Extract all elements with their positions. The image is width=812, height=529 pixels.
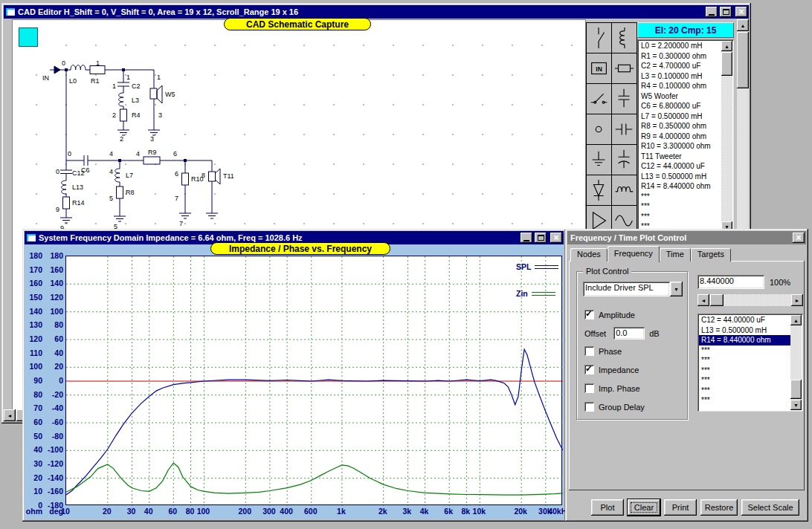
system-menu-icon[interactable] xyxy=(26,233,36,242)
palette-relay-button[interactable] xyxy=(587,23,611,53)
x-axis-tick: 30 xyxy=(127,507,136,516)
y-axis-row: 70-40 xyxy=(25,403,63,412)
x-axis-tick: 300 xyxy=(262,507,276,516)
x-axis-tick: 20k xyxy=(514,507,527,516)
tab-time[interactable]: Time xyxy=(660,248,691,262)
desktop: { "cad_window": { "title": "CAD Editor H… xyxy=(0,0,812,529)
y-axis-row: 50-80 xyxy=(25,432,63,441)
palette-capacitor-v-button[interactable] xyxy=(612,84,637,114)
cad-titlebar[interactable]: CAD Editor H_Shift = 0, V_Shift = 0, Are… xyxy=(4,5,749,19)
schematic-label: 6 xyxy=(173,150,177,158)
plot-button[interactable]: Plot xyxy=(591,499,624,516)
minimize-button[interactable] xyxy=(706,7,718,17)
close-icon: × xyxy=(738,8,744,16)
tab-frequency[interactable]: Frequency xyxy=(608,246,660,262)
y-right-tick: -100 xyxy=(42,445,63,454)
minimize-button[interactable] xyxy=(521,233,532,243)
component-list-item[interactable]: *** xyxy=(639,192,721,202)
legend-zin-label: Zin xyxy=(516,289,528,298)
component-list-item[interactable]: W5 Woofer xyxy=(639,91,721,102)
y-right-tick: 80 xyxy=(42,320,63,329)
select-scale-button[interactable]: Select Scale xyxy=(741,499,799,516)
component-list-item[interactable]: T11 Tweeter xyxy=(639,152,721,162)
component-list-item[interactable]: R1 = 0.300000 ohm xyxy=(639,51,721,62)
component-list-item[interactable]: R9 = 4.000000 ohm xyxy=(639,132,721,142)
node-icon xyxy=(587,115,610,143)
print-button[interactable]: Print xyxy=(664,499,697,516)
palette-inductor-v-button[interactable] xyxy=(612,23,637,53)
plot-client-area: Impedance / Phase vs. Frequency 18018017… xyxy=(25,244,564,519)
y-right-tick: 0 xyxy=(42,376,63,385)
component-list-scrollbar[interactable]: ▲ ▼ xyxy=(721,41,732,232)
schematic-label: 6 xyxy=(175,170,178,178)
diode-icon xyxy=(587,176,610,204)
plot-control-window: Frequency / Time Plot Control × NodesFre… xyxy=(565,229,808,522)
schematic-label: 2 xyxy=(112,111,116,119)
schematic-label: C2 xyxy=(132,82,141,90)
y-left-tick: 120 xyxy=(25,334,42,343)
palette-in-source-button[interactable]: IN xyxy=(587,53,611,83)
system-menu-icon[interactable] xyxy=(5,7,16,16)
palette-capacitor-h-button[interactable] xyxy=(612,114,637,144)
series-spl xyxy=(66,349,563,495)
component-list-item[interactable]: R8 = 0.350000 ohm xyxy=(639,121,721,132)
control-buttons: PlotClearPrintRestoreSelect Scale xyxy=(565,229,808,522)
x-axis-tick: 10k xyxy=(473,507,486,516)
schematic-label: C12 xyxy=(72,169,85,177)
y-right-tick: 60 xyxy=(42,334,63,343)
palette-inductor-h-button[interactable] xyxy=(612,175,637,205)
component-list-item[interactable]: L7 = 0.500000 mH xyxy=(639,111,721,122)
palette-ground-button[interactable] xyxy=(587,145,611,175)
scroll-left-button[interactable]: ◄ xyxy=(4,409,16,421)
y-right-tick: 120 xyxy=(42,293,63,302)
palette-diode-button[interactable] xyxy=(587,175,611,205)
schematic-label: R9 xyxy=(148,149,157,156)
tab-targets[interactable]: Targets xyxy=(691,248,731,262)
close-button[interactable]: × xyxy=(735,7,747,17)
component-list-item[interactable]: R14 = 8.440000 ohm xyxy=(639,181,721,192)
scroll-thumb[interactable] xyxy=(721,52,732,76)
maximize-icon xyxy=(723,9,729,15)
restore-button[interactable]: Restore xyxy=(700,499,738,516)
component-list-item[interactable]: *** xyxy=(639,212,721,222)
schematic-label: 1 xyxy=(96,59,100,67)
schematic-label: R1 xyxy=(91,77,100,85)
palette-node-button[interactable] xyxy=(587,114,611,144)
y-axis-row: 12060 xyxy=(25,334,63,343)
schematic-label: L13 xyxy=(72,184,83,191)
series-zin xyxy=(66,463,563,495)
maximize-button[interactable] xyxy=(535,233,547,243)
component-palette: IN xyxy=(586,22,637,236)
y-right-tick: -120 xyxy=(42,459,63,468)
scroll-thumb[interactable] xyxy=(737,32,749,88)
component-list-item[interactable]: R10 = 3.300000 ohm xyxy=(639,141,721,152)
component-list-item[interactable]: L0 = 2.200000 mH xyxy=(639,41,721,51)
x-axis-tick: 20 xyxy=(103,507,112,516)
y-axis-row: 40-100 xyxy=(25,445,63,454)
y-right-tick: 20 xyxy=(42,362,63,371)
scroll-up-button[interactable]: ▲ xyxy=(721,41,732,51)
component-list-item[interactable]: L13 = 0.500000 mH xyxy=(639,172,721,182)
component-list-item[interactable]: C12 = 44.00000 uF xyxy=(639,161,721,172)
component-list-item[interactable]: C6 = 6.800000 uF xyxy=(639,101,721,111)
tab-nodes[interactable]: Nodes xyxy=(570,248,608,262)
component-list-item[interactable]: C2 = 4.700000 uF xyxy=(639,61,721,71)
schematic-label: L7 xyxy=(126,172,133,179)
schematic-label: 7 xyxy=(175,195,178,202)
component-list-item[interactable]: R4 = 0.100000 ohm xyxy=(639,81,721,91)
schematic-labels: IN01L0R111C2L3R4221W533044R96C60C12L13R1… xyxy=(42,59,234,232)
palette-capacitor-pol-button[interactable] xyxy=(612,145,637,175)
close-button[interactable]: × xyxy=(550,233,562,243)
y-axis-row: 30-120 xyxy=(25,459,63,468)
y-axis-row: 150120 xyxy=(25,293,63,302)
maximize-button[interactable] xyxy=(720,7,732,17)
palette-switch-button[interactable] xyxy=(587,84,611,114)
scroll-up-button[interactable]: ▲ xyxy=(737,19,749,31)
component-list-item[interactable]: *** xyxy=(639,201,721,212)
component-list-item[interactable]: L3 = 0.100000 mH xyxy=(639,71,721,82)
y-right-tick: -80 xyxy=(42,432,63,441)
palette-resistor-h-button[interactable] xyxy=(612,53,637,83)
component-listbox[interactable]: L0 = 2.200000 mHR1 = 0.300000 ohmC2 = 4.… xyxy=(637,39,734,233)
schematic-label: R14 xyxy=(72,199,85,207)
clear-button[interactable]: Clear xyxy=(628,499,660,516)
